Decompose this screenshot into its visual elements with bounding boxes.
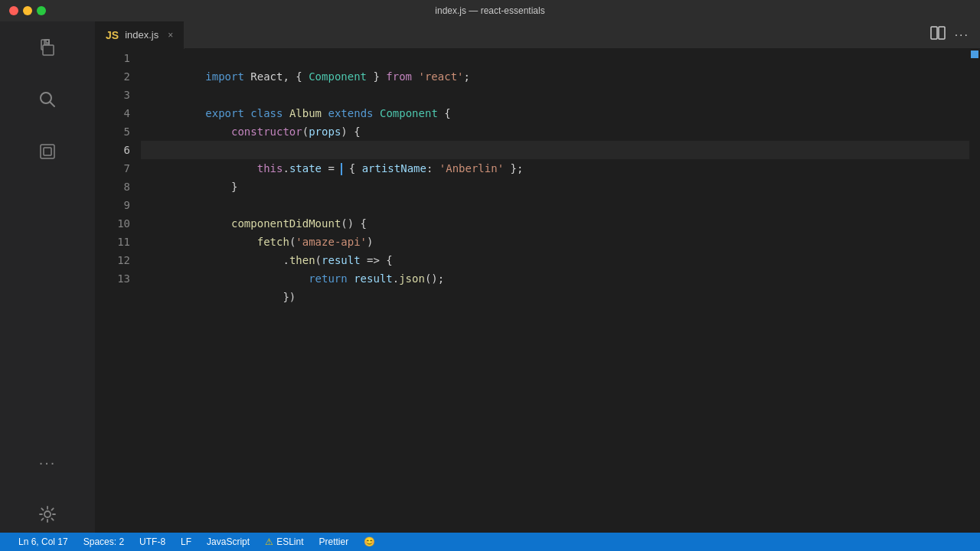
line-number: 8 bbox=[95, 178, 130, 196]
code-line-12: return result.json(); bbox=[141, 251, 980, 269]
status-spaces-text: Spaces: 2 bbox=[83, 536, 124, 547]
code-line-13: }) bbox=[141, 269, 980, 288]
line-number: 9 bbox=[95, 196, 130, 214]
line-number: 10 bbox=[95, 214, 130, 233]
svg-rect-1 bbox=[44, 40, 49, 44]
code-line-8 bbox=[141, 178, 980, 196]
tab-close-button[interactable]: × bbox=[168, 30, 173, 41]
status-spaces[interactable]: Spaces: 2 bbox=[76, 533, 132, 551]
svg-rect-9 bbox=[939, 27, 945, 39]
warning-icon: ⚠ bbox=[265, 536, 273, 547]
split-editor-icon[interactable] bbox=[930, 25, 946, 44]
tab-bar: JS index.js × ··· bbox=[95, 21, 980, 49]
line-number: 4 bbox=[95, 104, 130, 122]
status-bar: Ln 6, Col 17 Spaces: 2 UTF-8 LF JavaScri… bbox=[0, 533, 980, 551]
scrollbar-track[interactable] bbox=[969, 49, 980, 533]
activity-bar: ··· bbox=[0, 21, 95, 533]
scrollbar-thumb[interactable] bbox=[971, 51, 978, 58]
status-encoding[interactable]: UTF-8 bbox=[132, 533, 173, 551]
active-tab[interactable]: JS index.js × bbox=[95, 21, 185, 49]
svg-rect-6 bbox=[44, 148, 51, 155]
code-editor[interactable]: 1 2 3 4 5 6 7 8 9 10 11 12 13 import Rea… bbox=[95, 49, 980, 533]
status-eslint[interactable]: ⚠ ESLint bbox=[257, 533, 311, 551]
line-number: 12 bbox=[95, 251, 130, 269]
more-icon[interactable]: ··· bbox=[29, 444, 66, 481]
svg-rect-5 bbox=[41, 145, 54, 158]
status-prettier-text: Prettier bbox=[319, 536, 349, 547]
search-icon[interactable] bbox=[29, 81, 66, 118]
status-emoji-icon: 😊 bbox=[364, 536, 375, 547]
close-button[interactable] bbox=[9, 6, 18, 15]
title-bar: index.js — react-essentials bbox=[0, 0, 980, 21]
svg-line-4 bbox=[50, 102, 54, 106]
editor-area: JS index.js × ··· bbox=[95, 21, 980, 533]
code-line-6: this.state = { artistName: 'Anberlin' }; bbox=[141, 141, 980, 159]
code-line-11: .then(result => { bbox=[141, 233, 980, 251]
code-line-3: export class Album extends Component { bbox=[141, 86, 980, 104]
status-language[interactable]: JavaScript bbox=[199, 533, 257, 551]
line-numbers: 1 2 3 4 5 6 7 8 9 10 11 12 13 bbox=[95, 49, 141, 533]
tab-bar-right: ··· bbox=[930, 25, 980, 44]
status-eol-text: LF bbox=[181, 536, 191, 547]
status-eol[interactable]: LF bbox=[173, 533, 199, 551]
line-number: 3 bbox=[95, 86, 130, 104]
status-emoji[interactable]: 😊 bbox=[356, 533, 383, 551]
line-number-active: 6 bbox=[95, 141, 130, 159]
window-title: index.js — react-essentials bbox=[435, 5, 544, 16]
status-eslint-text: ESLint bbox=[276, 536, 303, 547]
app-body: ··· JS index.js × bbox=[0, 21, 980, 533]
minimize-button[interactable] bbox=[23, 6, 32, 15]
code-line-9: componentDidMount() { bbox=[141, 196, 980, 214]
code-line-5: super(props); bbox=[141, 122, 980, 141]
tab-file-icon: JS bbox=[106, 29, 119, 41]
code-line-10: fetch('amaze-api') bbox=[141, 214, 980, 233]
line-number: 7 bbox=[95, 159, 130, 178]
svg-rect-8 bbox=[931, 27, 937, 39]
code-line-7: } bbox=[141, 159, 980, 178]
settings-icon[interactable] bbox=[29, 496, 66, 533]
traffic-lights bbox=[9, 6, 46, 15]
status-line-col[interactable]: Ln 6, Col 17 bbox=[11, 533, 76, 551]
svg-rect-2 bbox=[43, 45, 54, 55]
status-prettier[interactable]: Prettier bbox=[312, 533, 357, 551]
code-line-2 bbox=[141, 67, 980, 86]
line-number: 13 bbox=[95, 269, 130, 288]
status-line-col-text: Ln 6, Col 17 bbox=[18, 536, 68, 547]
line-number: 11 bbox=[95, 233, 130, 251]
code-line-1: import React, { Component } from 'react'… bbox=[141, 49, 980, 67]
more-options-icon[interactable]: ··· bbox=[955, 27, 969, 43]
line-number: 2 bbox=[95, 67, 130, 86]
tab-label: index.js bbox=[125, 29, 158, 41]
maximize-button[interactable] bbox=[37, 6, 46, 15]
status-language-text: JavaScript bbox=[207, 536, 250, 547]
line-number: 5 bbox=[95, 122, 130, 141]
code-content[interactable]: import React, { Component } from 'react'… bbox=[141, 49, 980, 533]
code-line-4: constructor(props) { bbox=[141, 104, 980, 122]
line-number: 1 bbox=[95, 49, 130, 67]
svg-point-7 bbox=[44, 511, 51, 517]
source-control-icon[interactable] bbox=[29, 133, 66, 170]
files-icon[interactable] bbox=[29, 29, 66, 66]
status-encoding-text: UTF-8 bbox=[139, 536, 165, 547]
tab-bar-left: JS index.js × bbox=[95, 21, 185, 49]
